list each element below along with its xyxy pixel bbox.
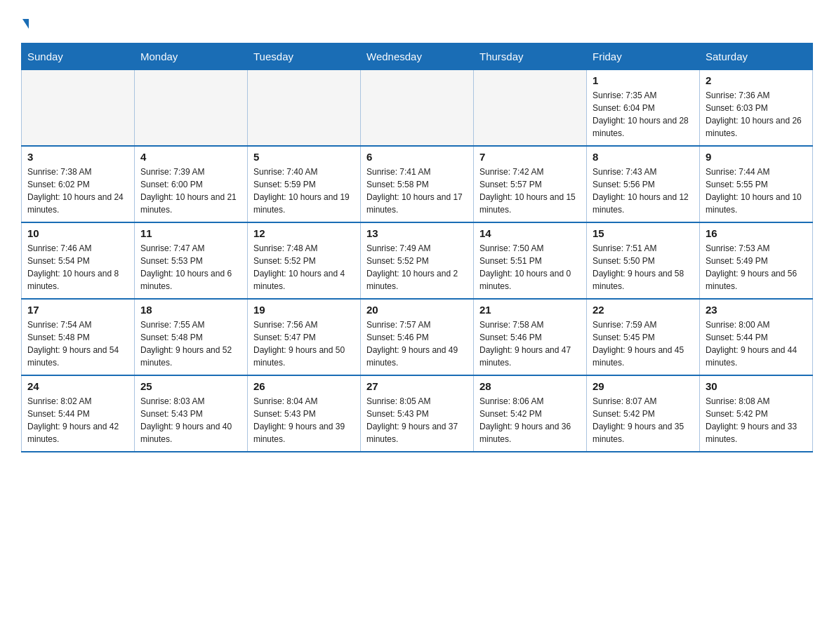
col-header-thursday: Thursday bbox=[474, 43, 587, 69]
calendar-cell: 14Sunrise: 7:50 AMSunset: 5:51 PMDayligh… bbox=[474, 222, 587, 299]
calendar-cell: 12Sunrise: 7:48 AMSunset: 5:52 PMDayligh… bbox=[248, 222, 361, 299]
page-header bbox=[21, 14, 813, 36]
calendar-header-row: SundayMondayTuesdayWednesdayThursdayFrid… bbox=[22, 43, 813, 69]
col-header-monday: Monday bbox=[135, 43, 248, 69]
logo-triangle-icon bbox=[22, 19, 29, 29]
day-info: Sunrise: 7:59 AMSunset: 5:45 PMDaylight:… bbox=[593, 318, 694, 369]
day-info: Sunrise: 7:51 AMSunset: 5:50 PMDaylight:… bbox=[593, 242, 694, 293]
calendar-week-2: 10Sunrise: 7:46 AMSunset: 5:54 PMDayligh… bbox=[22, 222, 813, 299]
day-info: Sunrise: 7:43 AMSunset: 5:56 PMDaylight:… bbox=[593, 166, 694, 216]
calendar-cell: 18Sunrise: 7:55 AMSunset: 5:48 PMDayligh… bbox=[135, 299, 248, 375]
day-number: 11 bbox=[140, 227, 241, 239]
calendar-table: SundayMondayTuesdayWednesdayThursdayFrid… bbox=[21, 43, 813, 452]
day-info: Sunrise: 7:42 AMSunset: 5:57 PMDaylight:… bbox=[479, 166, 581, 216]
day-number: 5 bbox=[253, 151, 355, 163]
day-info: Sunrise: 7:58 AMSunset: 5:46 PMDaylight:… bbox=[479, 318, 581, 369]
day-number: 20 bbox=[366, 304, 468, 316]
calendar-cell: 29Sunrise: 8:07 AMSunset: 5:42 PMDayligh… bbox=[587, 375, 700, 452]
calendar-cell: 17Sunrise: 7:54 AMSunset: 5:48 PMDayligh… bbox=[22, 299, 135, 375]
calendar-week-0: 1Sunrise: 7:35 AMSunset: 6:04 PMDaylight… bbox=[22, 69, 813, 146]
calendar-cell: 28Sunrise: 8:06 AMSunset: 5:42 PMDayligh… bbox=[474, 375, 587, 452]
day-number: 27 bbox=[366, 380, 468, 392]
day-info: Sunrise: 7:35 AMSunset: 6:04 PMDaylight:… bbox=[593, 89, 694, 140]
calendar-cell: 3Sunrise: 7:38 AMSunset: 6:02 PMDaylight… bbox=[22, 146, 135, 222]
calendar-cell: 20Sunrise: 7:57 AMSunset: 5:46 PMDayligh… bbox=[361, 299, 474, 375]
day-number: 26 bbox=[253, 380, 355, 392]
calendar-cell: 4Sunrise: 7:39 AMSunset: 6:00 PMDaylight… bbox=[135, 146, 248, 222]
day-number: 22 bbox=[593, 304, 694, 316]
calendar-cell bbox=[361, 69, 474, 146]
calendar-cell: 8Sunrise: 7:43 AMSunset: 5:56 PMDaylight… bbox=[587, 146, 700, 222]
day-info: Sunrise: 7:41 AMSunset: 5:58 PMDaylight:… bbox=[366, 166, 468, 216]
col-header-tuesday: Tuesday bbox=[248, 43, 361, 69]
col-header-sunday: Sunday bbox=[22, 43, 135, 69]
day-number: 23 bbox=[706, 304, 807, 316]
day-number: 9 bbox=[706, 151, 807, 163]
day-number: 25 bbox=[140, 380, 241, 392]
calendar-cell: 23Sunrise: 8:00 AMSunset: 5:44 PMDayligh… bbox=[700, 299, 813, 375]
calendar-cell: 27Sunrise: 8:05 AMSunset: 5:43 PMDayligh… bbox=[361, 375, 474, 452]
day-info: Sunrise: 7:53 AMSunset: 5:49 PMDaylight:… bbox=[706, 242, 807, 293]
calendar-cell: 2Sunrise: 7:36 AMSunset: 6:03 PMDaylight… bbox=[700, 69, 813, 146]
calendar-week-3: 17Sunrise: 7:54 AMSunset: 5:48 PMDayligh… bbox=[22, 299, 813, 375]
calendar-cell: 11Sunrise: 7:47 AMSunset: 5:53 PMDayligh… bbox=[135, 222, 248, 299]
calendar-cell bbox=[474, 69, 587, 146]
calendar-cell: 13Sunrise: 7:49 AMSunset: 5:52 PMDayligh… bbox=[361, 222, 474, 299]
day-info: Sunrise: 8:04 AMSunset: 5:43 PMDaylight:… bbox=[253, 395, 355, 445]
day-number: 24 bbox=[27, 380, 128, 392]
day-number: 17 bbox=[27, 304, 128, 316]
calendar-cell bbox=[248, 69, 361, 146]
day-info: Sunrise: 7:57 AMSunset: 5:46 PMDaylight:… bbox=[366, 318, 468, 369]
logo bbox=[21, 14, 29, 36]
calendar-cell: 30Sunrise: 8:08 AMSunset: 5:42 PMDayligh… bbox=[700, 375, 813, 452]
calendar-cell: 16Sunrise: 7:53 AMSunset: 5:49 PMDayligh… bbox=[700, 222, 813, 299]
day-info: Sunrise: 7:39 AMSunset: 6:00 PMDaylight:… bbox=[140, 166, 241, 216]
day-info: Sunrise: 7:49 AMSunset: 5:52 PMDaylight:… bbox=[366, 242, 468, 293]
calendar-cell bbox=[135, 69, 248, 146]
calendar-cell: 7Sunrise: 7:42 AMSunset: 5:57 PMDaylight… bbox=[474, 146, 587, 222]
day-info: Sunrise: 7:36 AMSunset: 6:03 PMDaylight:… bbox=[706, 89, 807, 140]
day-info: Sunrise: 8:08 AMSunset: 5:42 PMDaylight:… bbox=[706, 395, 807, 445]
calendar-cell: 9Sunrise: 7:44 AMSunset: 5:55 PMDaylight… bbox=[700, 146, 813, 222]
day-number: 10 bbox=[27, 227, 128, 239]
day-info: Sunrise: 7:50 AMSunset: 5:51 PMDaylight:… bbox=[479, 242, 581, 293]
day-info: Sunrise: 7:54 AMSunset: 5:48 PMDaylight:… bbox=[27, 318, 128, 369]
day-number: 18 bbox=[140, 304, 241, 316]
day-info: Sunrise: 8:02 AMSunset: 5:44 PMDaylight:… bbox=[27, 395, 128, 445]
day-info: Sunrise: 7:40 AMSunset: 5:59 PMDaylight:… bbox=[253, 166, 355, 216]
calendar-cell: 19Sunrise: 7:56 AMSunset: 5:47 PMDayligh… bbox=[248, 299, 361, 375]
col-header-wednesday: Wednesday bbox=[361, 43, 474, 69]
day-number: 13 bbox=[366, 227, 468, 239]
day-info: Sunrise: 7:46 AMSunset: 5:54 PMDaylight:… bbox=[27, 242, 128, 293]
day-number: 1 bbox=[593, 74, 694, 86]
day-number: 30 bbox=[706, 380, 807, 392]
calendar-cell: 10Sunrise: 7:46 AMSunset: 5:54 PMDayligh… bbox=[22, 222, 135, 299]
day-info: Sunrise: 8:00 AMSunset: 5:44 PMDaylight:… bbox=[706, 318, 807, 369]
calendar-cell: 21Sunrise: 7:58 AMSunset: 5:46 PMDayligh… bbox=[474, 299, 587, 375]
day-number: 15 bbox=[593, 227, 694, 239]
day-info: Sunrise: 7:38 AMSunset: 6:02 PMDaylight:… bbox=[27, 166, 128, 216]
col-header-saturday: Saturday bbox=[700, 43, 813, 69]
day-info: Sunrise: 8:05 AMSunset: 5:43 PMDaylight:… bbox=[366, 395, 468, 445]
day-number: 12 bbox=[253, 227, 355, 239]
calendar-cell: 6Sunrise: 7:41 AMSunset: 5:58 PMDaylight… bbox=[361, 146, 474, 222]
day-number: 8 bbox=[593, 151, 694, 163]
day-number: 7 bbox=[479, 151, 581, 163]
day-number: 28 bbox=[479, 380, 581, 392]
calendar-cell: 26Sunrise: 8:04 AMSunset: 5:43 PMDayligh… bbox=[248, 375, 361, 452]
day-info: Sunrise: 7:44 AMSunset: 5:55 PMDaylight:… bbox=[706, 166, 807, 216]
col-header-friday: Friday bbox=[587, 43, 700, 69]
day-number: 19 bbox=[253, 304, 355, 316]
day-info: Sunrise: 8:03 AMSunset: 5:43 PMDaylight:… bbox=[140, 395, 241, 445]
calendar-cell: 1Sunrise: 7:35 AMSunset: 6:04 PMDaylight… bbox=[587, 69, 700, 146]
calendar-week-4: 24Sunrise: 8:02 AMSunset: 5:44 PMDayligh… bbox=[22, 375, 813, 452]
logo-text bbox=[21, 14, 29, 36]
day-number: 3 bbox=[27, 151, 128, 163]
calendar-cell: 5Sunrise: 7:40 AMSunset: 5:59 PMDaylight… bbox=[248, 146, 361, 222]
day-info: Sunrise: 8:06 AMSunset: 5:42 PMDaylight:… bbox=[479, 395, 581, 445]
calendar-cell: 25Sunrise: 8:03 AMSunset: 5:43 PMDayligh… bbox=[135, 375, 248, 452]
day-number: 6 bbox=[366, 151, 468, 163]
calendar-cell: 15Sunrise: 7:51 AMSunset: 5:50 PMDayligh… bbox=[587, 222, 700, 299]
day-info: Sunrise: 8:07 AMSunset: 5:42 PMDaylight:… bbox=[593, 395, 694, 445]
day-info: Sunrise: 7:47 AMSunset: 5:53 PMDaylight:… bbox=[140, 242, 241, 293]
